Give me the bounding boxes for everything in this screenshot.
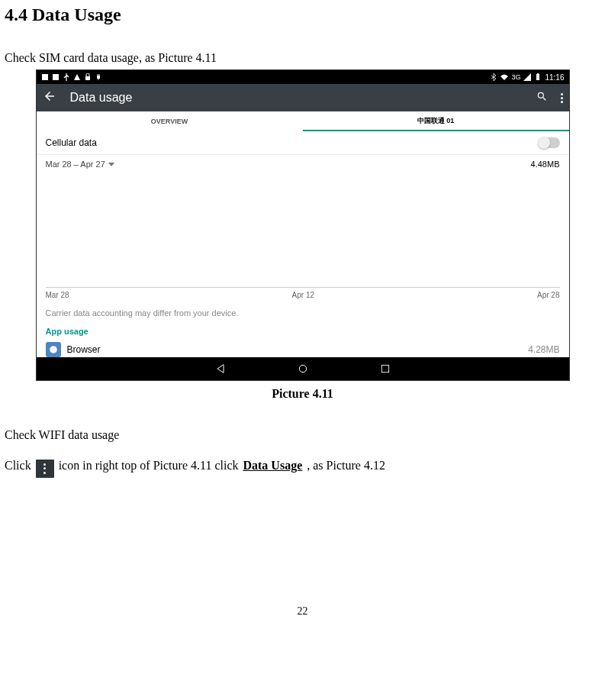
svg-point-13 — [299, 365, 306, 372]
wifi-heading: Check WIFI data usage — [5, 428, 605, 442]
tab-overview[interactable]: OVERVIEW — [37, 111, 303, 131]
nav-home-icon[interactable] — [296, 362, 310, 376]
app-usage-heading: App usage — [37, 322, 569, 339]
svg-line-10 — [542, 98, 545, 101]
svg-rect-7 — [536, 74, 539, 80]
tab-bar: OVERVIEW 中国联通 01 — [37, 111, 569, 131]
cellular-data-label: Cellular data — [46, 137, 97, 148]
svg-rect-8 — [537, 73, 539, 74]
warning-icon — [73, 73, 81, 81]
figure-caption: Picture 4.11 — [0, 387, 605, 401]
click-mid: icon in right top of Picture 4.11 click — [59, 456, 239, 476]
app-usage-value: 4.28MB — [528, 344, 559, 355]
svg-point-9 — [538, 92, 543, 98]
axis-mid: Apr 12 — [292, 291, 314, 299]
back-icon[interactable] — [43, 89, 56, 106]
chart-x-axis: Mar 28 Apr 12 Apr 28 — [37, 288, 569, 304]
rect1-icon — [41, 73, 49, 81]
app-usage-row-browser[interactable]: Browser 4.28MB — [37, 339, 569, 357]
clock-time: 11:16 — [545, 73, 564, 82]
svg-rect-3 — [97, 76, 100, 79]
rect2-icon — [52, 73, 60, 81]
svg-rect-2 — [85, 76, 90, 80]
search-icon[interactable] — [536, 91, 547, 105]
app-name: Browser — [67, 344, 101, 355]
svg-rect-1 — [53, 74, 59, 80]
bluetooth-icon — [490, 73, 497, 81]
carrier-disclaimer: Carrier data accounting may differ from … — [37, 304, 569, 322]
date-range-label: Mar 28 – Apr 27 — [46, 160, 105, 169]
overflow-menu-icon[interactable] — [561, 93, 563, 103]
signal-3g-label: 3G — [511, 73, 520, 81]
navigation-bar — [37, 357, 569, 380]
cellular-data-toggle[interactable] — [539, 137, 560, 148]
click-prefix: Click — [5, 456, 31, 476]
date-range-picker[interactable]: Mar 28 – Apr 27 — [46, 160, 114, 169]
cellular-data-row: Cellular data — [37, 131, 569, 155]
usb-icon — [63, 73, 70, 81]
svg-rect-14 — [381, 365, 388, 372]
click-suffix: , as Picture 4.12 — [307, 456, 385, 476]
plug-icon — [95, 73, 102, 81]
svg-rect-0 — [42, 74, 48, 80]
app-title: Data usage — [70, 91, 523, 105]
lock-icon — [84, 73, 92, 81]
nav-back-icon[interactable] — [214, 362, 227, 376]
intro-text: Check SIM card data usage, as Picture 4.… — [5, 51, 605, 65]
signal-icon — [523, 73, 531, 81]
usage-summary-row: Mar 28 – Apr 27 4.48MB — [37, 155, 569, 173]
app-bar: Data usage — [37, 84, 569, 111]
wifi-icon — [500, 73, 508, 81]
section-heading: 4.4 Data Usage — [5, 5, 605, 25]
chevron-down-icon — [108, 163, 114, 166]
axis-end: Apr 28 — [537, 291, 559, 299]
page-number: 22 — [0, 605, 605, 618]
browser-icon — [46, 342, 61, 357]
screenshot-figure: 3G 11:16 Data usage OVERVIEW 中国联通 01 Cel… — [36, 69, 570, 381]
axis-start: Mar 28 — [46, 291, 69, 299]
usage-chart — [46, 175, 560, 288]
click-instruction: Click icon in right top of Picture 4.11 … — [5, 456, 605, 476]
nav-recent-icon[interactable] — [378, 362, 392, 376]
status-bar: 3G 11:16 — [37, 70, 569, 84]
tab-sim[interactable]: 中国联通 01 — [303, 111, 569, 131]
overflow-menu-inline-icon — [36, 460, 54, 478]
click-bold: Data Usage — [243, 456, 302, 476]
battery-icon — [534, 73, 542, 81]
total-usage-value: 4.48MB — [531, 160, 560, 169]
